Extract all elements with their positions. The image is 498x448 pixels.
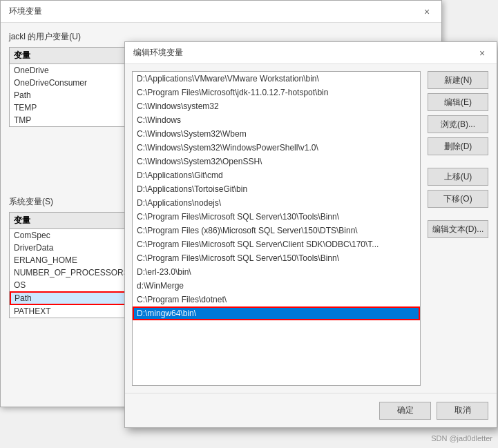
list-item[interactable]: C:\Windows\system32 — [133, 99, 420, 113]
sys-col-var-header: 变量 — [14, 215, 138, 226]
var-name: ComSpec — [14, 231, 138, 240]
new-button[interactable]: 新建(N) — [428, 71, 488, 89]
edit-button[interactable]: 编辑(E) — [428, 93, 488, 111]
list-item[interactable]: C:\Windows\System32\WindowsPowerShell\v1… — [133, 141, 420, 155]
edit-dialog: 编辑环境变量 × D:\Applications\VMware\VMware W… — [124, 41, 497, 428]
env-window-title: 环境变量 — [9, 6, 42, 17]
edit-text-button[interactable]: 编辑文本(D)... — [428, 220, 488, 238]
var-name: NUMBER_OF_PROCESSORS — [14, 268, 138, 277]
edit-dialog-titlebar: 编辑环境变量 × — [125, 42, 497, 64]
var-name: OneDrive — [14, 66, 138, 75]
edit-dialog-close-button[interactable]: × — [476, 47, 488, 59]
button-panel: 新建(N) 编辑(E) 浏览(B)... 删除(D) 上移(U) 下移(O) 编… — [428, 71, 490, 386]
var-name: TEMP — [14, 103, 138, 113]
move-down-button[interactable]: 下移(O) — [428, 190, 488, 208]
var-name: ERLANG_HOME — [14, 255, 138, 265]
list-item[interactable]: D:\erl-23.0\bin\ — [133, 265, 420, 279]
edit-dialog-title: 编辑环境变量 — [133, 47, 183, 59]
var-name: OS — [14, 280, 138, 290]
list-item[interactable]: C:\Program Files\Microsoft SQL Server\13… — [133, 210, 420, 224]
list-item[interactable]: C:\Windows\System32\Wbem — [133, 127, 420, 141]
var-name: DriverData — [14, 243, 138, 253]
list-item[interactable]: C:\Program Files (x86)\Microsoft SQL Ser… — [133, 224, 420, 237]
list-item[interactable]: D:\Applications\TortoiseGit\bin — [133, 182, 420, 196]
list-item[interactable]: C:\Windows — [133, 113, 420, 127]
edit-dialog-body: D:\Applications\VMware\VMware Workstatio… — [125, 64, 497, 393]
user-col-var-header: 变量 — [14, 50, 138, 61]
move-up-button[interactable]: 上移(U) — [428, 168, 488, 186]
list-item[interactable]: D:\Applications\nodejs\ — [133, 196, 420, 210]
list-item[interactable]: C:\Program Files\dotnet\ — [133, 293, 420, 306]
var-name: PATHEXT — [14, 306, 138, 316]
env-window-close-button[interactable]: × — [421, 6, 433, 18]
list-item[interactable]: d:\WinMerge — [133, 279, 420, 293]
browse-button[interactable]: 浏览(B)... — [428, 115, 488, 133]
watermark: SDN @jad0dletter — [431, 434, 492, 442]
var-name: OneDriveConsumer — [14, 78, 138, 88]
delete-button[interactable]: 删除(D) — [428, 137, 488, 155]
list-item[interactable]: C:\Program Files\Microsoft\jdk-11.0.12.7… — [133, 86, 420, 99]
var-name: Path — [15, 293, 139, 303]
list-item[interactable]: C:\Program Files\Microsoft SQL Server\15… — [133, 251, 420, 265]
var-name: TMP — [14, 115, 138, 125]
env-window-titlebar: 环境变量 × — [1, 1, 441, 23]
list-item[interactable]: D:\Applications\VMware\VMware Workstatio… — [133, 72, 420, 86]
var-name: Path — [14, 90, 138, 100]
list-item[interactable]: C:\Windows\System32\OpenSSH\ — [133, 155, 420, 168]
path-list[interactable]: D:\Applications\VMware\VMware Workstatio… — [132, 71, 421, 386]
edit-dialog-footer: 确定 取消 — [125, 393, 497, 427]
list-item[interactable]: C:\Program Files\Microsoft SQL Server\Cl… — [133, 237, 420, 251]
list-item[interactable]: D:\Applications\Git\cmd — [133, 168, 420, 182]
cancel-button[interactable]: 取消 — [437, 402, 488, 420]
list-item-selected[interactable]: D:\mingw64\bin\ — [133, 306, 420, 320]
confirm-button[interactable]: 确定 — [379, 402, 431, 420]
